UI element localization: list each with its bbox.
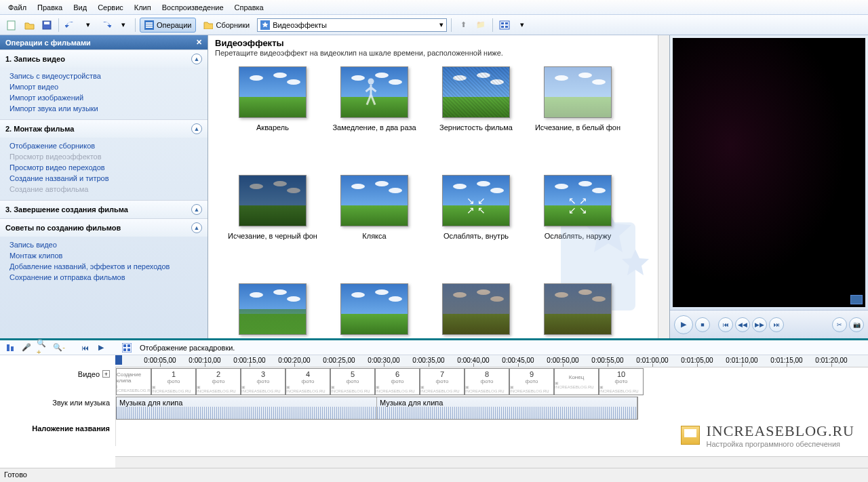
svg-rect-12 <box>505 26 508 28</box>
collection-dropdown[interactable]: Видеоэффекты ▾ <box>257 18 447 32</box>
sidebar-link[interactable]: Монтаж клипов <box>9 250 198 261</box>
effect-item[interactable] <box>222 283 323 338</box>
section-head-2[interactable]: 3. Завершение создания фильма▲ <box>0 200 208 218</box>
sidebar-link[interactable]: Импорт звука или музыки <box>9 103 198 114</box>
storyboard-icon[interactable] <box>121 342 133 354</box>
chevron-up-icon[interactable]: ▲ <box>191 222 202 233</box>
sidebar-link[interactable]: Создание названий и титров <box>9 173 198 184</box>
video-clip[interactable]: 5фото▣ INCREASEBLOG.RU <box>330 368 375 395</box>
split-button[interactable]: ✂ <box>832 317 847 332</box>
play-button[interactable]: ▶ <box>674 315 693 334</box>
snapshot-button[interactable]: 📷 <box>849 317 864 332</box>
sidebar-link[interactable]: Добавление названий, эффектов и переходо… <box>9 261 198 272</box>
menu-clip[interactable]: Клип <box>129 1 157 14</box>
menu-file[interactable]: Файл <box>3 1 32 14</box>
video-clip[interactable]: 8фото▣ INCREASEBLOG.RU <box>465 368 509 395</box>
new-project-button[interactable] <box>4 18 19 33</box>
toolbar: ▾ ▾ Операции Сборники Видеоэффекты ▾ ⬆ 📁… <box>0 15 868 35</box>
effect-item[interactable] <box>527 283 629 338</box>
sidebar-link[interactable]: Просмотр видео переходов <box>9 162 198 173</box>
effect-item[interactable]: Замедление, в два раза <box>323 66 425 168</box>
section-head-0[interactable]: 1. Запись видео▲ <box>0 49 208 68</box>
video-clip[interactable]: Конец▣ INCREASEBLOG.RU <box>554 368 599 395</box>
storyboard-toggle[interactable]: Отображение раскадровки. <box>140 344 235 352</box>
new-folder-button[interactable]: 📁 <box>473 18 488 33</box>
save-button[interactable] <box>39 18 54 33</box>
video-clip[interactable]: 2фото▣ INCREASEBLOG.RU <box>196 368 241 395</box>
video-clip[interactable]: 10фото▣ INCREASEBLOG.RU <box>599 368 644 395</box>
expand-video-button[interactable]: + <box>102 370 110 378</box>
tasks-label: Операции <box>157 21 191 29</box>
video-clip[interactable]: 4фото▣ INCREASEBLOG.RU <box>285 368 330 395</box>
view-button[interactable] <box>497 18 512 33</box>
chevron-up-icon[interactable]: ▲ <box>191 204 202 215</box>
rewind-button[interactable]: ◀◀ <box>735 317 750 332</box>
folder-icon <box>203 21 213 29</box>
section-head-1[interactable]: 2. Монтаж фильма▲ <box>0 119 208 138</box>
effect-item[interactable]: ↖ ↗↙ ↘Ослаблять, наружу <box>527 175 629 277</box>
svg-rect-20 <box>123 348 126 351</box>
playhead[interactable] <box>115 355 122 365</box>
redo-dropdown[interactable]: ▾ <box>116 18 131 33</box>
narrate-button[interactable]: 🎤 <box>20 342 33 354</box>
forward-button[interactable]: ▶▶ <box>752 317 767 332</box>
undo-button[interactable] <box>63 18 78 33</box>
effect-item[interactable] <box>323 283 425 338</box>
close-icon[interactable]: ✕ <box>196 38 202 47</box>
video-clip[interactable]: 3фото▣ INCREASEBLOG.RU <box>241 368 285 395</box>
effect-item[interactable]: Акварель <box>222 66 323 168</box>
menu-play[interactable]: Воспроизведение <box>157 1 229 14</box>
content-subtitle: Перетащите видеоэффект на видеоклип на ш… <box>215 49 663 57</box>
audio-levels-button[interactable] <box>4 342 16 354</box>
collections-button[interactable]: Сборники <box>199 18 254 33</box>
timeline-ruler[interactable]: 0:00:05,000:00:10,000:00:15,000:00:20,00… <box>115 355 868 367</box>
chevron-up-icon[interactable]: ▲ <box>191 54 202 64</box>
rewind-timeline-button[interactable]: ⏮ <box>79 342 91 354</box>
audio-track[interactable]: Музыка для клипа Музыка для клипа <box>115 396 868 422</box>
prev-button[interactable]: ⏮ <box>718 317 733 332</box>
effect-item[interactable]: Исчезание, в черный фон <box>222 175 323 277</box>
effect-item[interactable]: Зернистость фильма <box>425 66 527 168</box>
effect-item[interactable]: Клякса <box>323 175 425 277</box>
timeline-toolbar: 🎤 🔍+ 🔍- ⏮ ▶ Отображение раскадровки. <box>0 340 868 355</box>
sidebar-link[interactable]: Импорт изображений <box>9 92 198 103</box>
menu-tools[interactable]: Сервис <box>92 1 129 14</box>
up-level-button[interactable]: ⬆ <box>456 18 471 33</box>
svg-point-14 <box>368 78 374 84</box>
track-label-audio: Звук или музыка <box>0 396 115 422</box>
effect-item[interactable]: Исчезание, в белый фон <box>527 66 629 168</box>
fullscreen-button[interactable] <box>850 295 863 304</box>
sidebar-link[interactable]: Импорт видео <box>9 81 198 92</box>
svg-rect-15 <box>7 344 9 351</box>
sidebar-link[interactable]: Сохранение и отправка фильмов <box>9 272 198 283</box>
zoom-in-button[interactable]: 🔍+ <box>37 342 49 354</box>
effect-item[interactable] <box>425 283 527 338</box>
video-clip[interactable]: Создание клипа▣ INCREASEBLOG.RU <box>116 368 151 395</box>
effect-item[interactable]: ↘ ↙↗ ↖Ослаблять, внутрь <box>425 175 527 277</box>
audio-clip[interactable]: Музыка для клипа Музыка для клипа <box>116 397 638 420</box>
chevron-up-icon[interactable]: ▲ <box>191 123 202 134</box>
menu-view[interactable]: Вид <box>68 1 92 14</box>
tasks-button[interactable]: Операции <box>140 18 196 33</box>
zoom-out-button[interactable]: 🔍- <box>53 342 65 354</box>
undo-dropdown[interactable]: ▾ <box>81 18 96 33</box>
sidebar-link[interactable]: Отображение сборников <box>9 140 198 151</box>
video-track[interactable]: Создание клипа▣ INCREASEBLOG.RU1фото▣ IN… <box>115 367 868 396</box>
section-head-3[interactable]: Советы по созданию фильмов▲ <box>0 218 208 237</box>
menu-help[interactable]: Справка <box>229 1 269 14</box>
open-button[interactable] <box>22 18 37 33</box>
view-dropdown[interactable]: ▾ <box>515 18 530 33</box>
next-button[interactable]: ⏭ <box>769 317 784 332</box>
sidebar-link[interactable]: Запись с видеоустройства <box>9 71 198 81</box>
stop-button[interactable]: ■ <box>695 317 710 332</box>
video-clip[interactable]: 6фото▣ INCREASEBLOG.RU <box>375 368 420 395</box>
video-clip[interactable]: 1фото▣ INCREASEBLOG.RU <box>151 368 196 395</box>
sidebar-link[interactable]: Запись видео <box>9 239 198 250</box>
scrollbar-horizontal[interactable] <box>115 456 868 468</box>
video-clip[interactable]: 7фото▣ INCREASEBLOG.RU <box>420 368 465 395</box>
play-timeline-button[interactable]: ▶ <box>95 342 107 354</box>
menu-edit[interactable]: Правка <box>32 1 68 14</box>
scrollbar-vertical[interactable] <box>658 35 669 338</box>
redo-button[interactable] <box>98 18 113 33</box>
video-clip[interactable]: 9фото▣ INCREASEBLOG.RU <box>509 368 554 395</box>
